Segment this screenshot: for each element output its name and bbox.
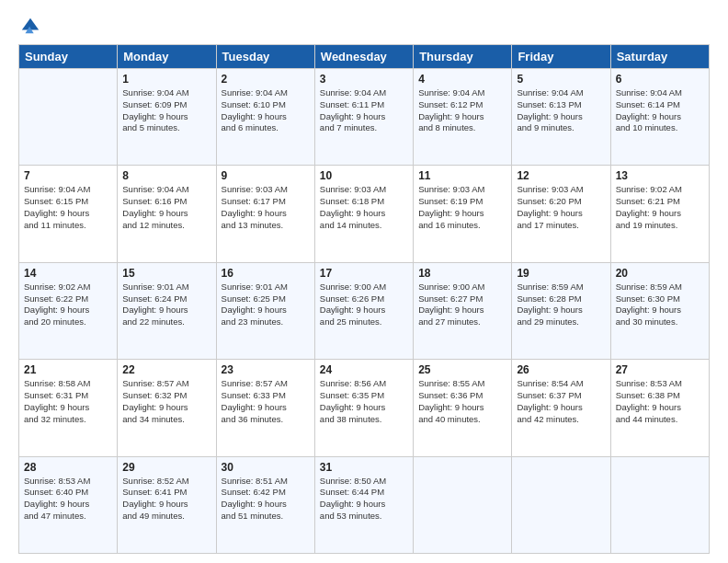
cell-info-line: and 30 minutes. — [616, 316, 704, 328]
cell-info-line: Sunset: 6:09 PM — [122, 99, 210, 111]
cell-info: Sunrise: 8:50 AMSunset: 6:44 PMDaylight:… — [320, 476, 408, 523]
calendar-cell: 31Sunrise: 8:50 AMSunset: 6:44 PMDayligh… — [314, 456, 413, 553]
cell-info-line: Sunrise: 8:51 AM — [222, 476, 310, 488]
cell-info-line: Sunset: 6:33 PM — [222, 390, 310, 402]
cell-info-line: Daylight: 9 hours — [418, 111, 506, 123]
cell-info-line: and 53 minutes. — [320, 511, 408, 523]
cell-info-line: Daylight: 9 hours — [24, 304, 112, 316]
calendar-cell: 28Sunrise: 8:53 AMSunset: 6:40 PMDayligh… — [19, 456, 118, 553]
cell-info-line: Sunset: 6:44 PM — [320, 487, 408, 499]
day-number: 2 — [222, 73, 310, 86]
cell-info-line: Daylight: 9 hours — [24, 499, 112, 511]
cell-info-line: Daylight: 9 hours — [24, 208, 112, 220]
day-number: 24 — [320, 363, 408, 376]
cell-info-line: Daylight: 9 hours — [24, 402, 112, 414]
cell-info-line: Sunrise: 9:04 AM — [616, 87, 704, 99]
cell-info-line: Daylight: 9 hours — [122, 111, 210, 123]
cell-info-line: Daylight: 9 hours — [320, 402, 408, 414]
cell-info-line: and 9 minutes. — [517, 122, 605, 134]
day-number: 10 — [320, 169, 408, 182]
cell-info-line: Sunrise: 9:01 AM — [222, 282, 310, 293]
cell-info-line: Sunrise: 8:59 AM — [517, 282, 605, 293]
logo-icon — [20, 15, 40, 35]
cell-info-line: Daylight: 9 hours — [418, 208, 506, 220]
cell-info-line: Daylight: 9 hours — [616, 208, 704, 220]
cell-info-line: and 32 minutes. — [24, 414, 112, 426]
cell-info-line: and 14 minutes. — [320, 220, 408, 232]
header — [18, 15, 710, 35]
cell-info-line: Sunset: 6:25 PM — [222, 293, 310, 305]
day-number: 17 — [320, 267, 408, 280]
day-number: 15 — [122, 267, 210, 280]
calendar-week-row: 1Sunrise: 9:04 AMSunset: 6:09 PMDaylight… — [19, 69, 710, 166]
day-number: 27 — [616, 363, 704, 376]
day-number: 23 — [222, 363, 310, 376]
cell-info-line: Sunrise: 8:54 AM — [517, 378, 605, 390]
calendar-cell: 25Sunrise: 8:55 AMSunset: 6:36 PMDayligh… — [414, 360, 512, 456]
cell-info-line: Sunrise: 9:01 AM — [122, 282, 210, 293]
cell-info-line: Daylight: 9 hours — [320, 499, 408, 511]
cell-info-line: Daylight: 9 hours — [122, 499, 210, 511]
cell-info-line: Sunrise: 8:55 AM — [418, 378, 506, 390]
calendar-header-row: SundayMondayTuesdayWednesdayThursdayFrid… — [19, 45, 710, 69]
cell-info-line: and 22 minutes. — [122, 316, 210, 328]
day-number: 8 — [122, 169, 210, 182]
calendar-cell: 30Sunrise: 8:51 AMSunset: 6:42 PMDayligh… — [216, 456, 314, 553]
calendar-week-row: 21Sunrise: 8:58 AMSunset: 6:31 PMDayligh… — [19, 360, 710, 456]
cell-info-line: and 11 minutes. — [24, 220, 112, 232]
cell-info: Sunrise: 9:04 AMSunset: 6:11 PMDaylight:… — [320, 87, 408, 134]
day-number: 28 — [24, 461, 112, 474]
cell-info-line: Daylight: 9 hours — [517, 208, 605, 220]
cell-info: Sunrise: 8:56 AMSunset: 6:35 PMDaylight:… — [320, 378, 408, 425]
day-number: 20 — [616, 267, 704, 280]
cell-info-line: and 7 minutes. — [320, 122, 408, 134]
cell-info-line: Sunset: 6:32 PM — [122, 390, 210, 402]
cell-info-line: Sunset: 6:31 PM — [24, 390, 112, 402]
calendar-cell: 14Sunrise: 9:02 AMSunset: 6:22 PMDayligh… — [19, 262, 118, 359]
cell-info-line: Sunrise: 9:04 AM — [122, 87, 210, 99]
cell-info-line: Daylight: 9 hours — [418, 402, 506, 414]
cell-info-line: Sunset: 6:20 PM — [517, 196, 605, 208]
cell-info-line: Daylight: 9 hours — [320, 304, 408, 316]
cell-info: Sunrise: 9:00 AMSunset: 6:27 PMDaylight:… — [418, 282, 506, 328]
calendar-cell: 11Sunrise: 9:03 AMSunset: 6:19 PMDayligh… — [414, 166, 512, 262]
cell-info-line: Sunrise: 9:04 AM — [418, 87, 506, 99]
calendar-cell: 10Sunrise: 9:03 AMSunset: 6:18 PMDayligh… — [314, 166, 413, 262]
cell-info-line: and 47 minutes. — [24, 511, 112, 523]
calendar-cell: 22Sunrise: 8:57 AMSunset: 6:32 PMDayligh… — [118, 360, 216, 456]
cell-info-line: Sunset: 6:24 PM — [122, 293, 210, 305]
cell-info-line: Daylight: 9 hours — [222, 111, 310, 123]
calendar-week-row: 14Sunrise: 9:02 AMSunset: 6:22 PMDayligh… — [19, 262, 710, 359]
cell-info-line: and 19 minutes. — [616, 220, 704, 232]
cell-info: Sunrise: 8:58 AMSunset: 6:31 PMDaylight:… — [24, 378, 112, 425]
cell-info-line: Daylight: 9 hours — [517, 111, 605, 123]
day-number: 6 — [616, 73, 704, 86]
cell-info: Sunrise: 9:04 AMSunset: 6:15 PMDaylight:… — [24, 184, 112, 231]
calendar-cell: 23Sunrise: 8:57 AMSunset: 6:33 PMDayligh… — [216, 360, 314, 456]
cell-info: Sunrise: 9:02 AMSunset: 6:22 PMDaylight:… — [24, 282, 112, 328]
cell-info-line: Sunrise: 8:52 AM — [122, 476, 210, 488]
cell-info-line: and 38 minutes. — [320, 414, 408, 426]
cell-info-line: Sunrise: 9:03 AM — [517, 184, 605, 196]
cell-info-line: Sunrise: 9:00 AM — [418, 282, 506, 293]
cell-info-line: Sunset: 6:40 PM — [24, 487, 112, 499]
cell-info-line: and 49 minutes. — [122, 511, 210, 523]
calendar-cell: 16Sunrise: 9:01 AMSunset: 6:25 PMDayligh… — [216, 262, 314, 359]
cell-info-line: Sunset: 6:22 PM — [24, 293, 112, 305]
day-number: 18 — [418, 267, 506, 280]
cell-info-line: Sunrise: 8:56 AM — [320, 378, 408, 390]
cell-info-line: and 16 minutes. — [418, 220, 506, 232]
logo — [18, 15, 40, 35]
cell-info-line: Sunset: 6:35 PM — [320, 390, 408, 402]
cell-info: Sunrise: 9:01 AMSunset: 6:25 PMDaylight:… — [222, 282, 310, 328]
cell-info-line: and 27 minutes. — [418, 316, 506, 328]
cell-info: Sunrise: 8:59 AMSunset: 6:30 PMDaylight:… — [616, 282, 704, 328]
cell-info-line: Daylight: 9 hours — [222, 402, 310, 414]
calendar-cell: 27Sunrise: 8:53 AMSunset: 6:38 PMDayligh… — [610, 360, 709, 456]
calendar-cell: 2Sunrise: 9:04 AMSunset: 6:10 PMDaylight… — [216, 69, 314, 166]
calendar-cell: 15Sunrise: 9:01 AMSunset: 6:24 PMDayligh… — [118, 262, 216, 359]
cell-info-line: Daylight: 9 hours — [517, 402, 605, 414]
cell-info-line: Sunset: 6:12 PM — [418, 99, 506, 111]
cell-info-line: Sunset: 6:21 PM — [616, 196, 704, 208]
cell-info: Sunrise: 8:51 AMSunset: 6:42 PMDaylight:… — [222, 476, 310, 523]
